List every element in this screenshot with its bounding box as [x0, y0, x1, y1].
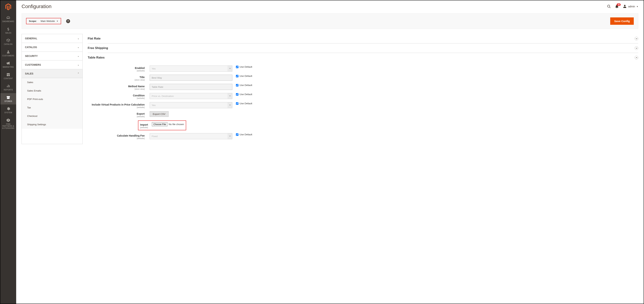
tab-sales[interactable]: SALES ⌃: [22, 69, 82, 78]
handling-select[interactable]: Fixed: [150, 133, 232, 139]
field-handling: Calculate Handling Fee [website] Fixed U…: [88, 133, 638, 140]
save-config-button[interactable]: Save Config: [610, 17, 634, 25]
field-title: Title [store view] Use Default: [88, 75, 638, 81]
chevron-up-icon: ⌃: [78, 72, 79, 75]
method-name-input[interactable]: [150, 84, 232, 90]
import-highlight: Import [website] Choose File No file cho…: [138, 120, 186, 130]
magento-logo[interactable]: [0, 0, 16, 13]
field-virtual: Include Virtual Products in Price Calcul…: [88, 102, 638, 108]
person-icon: [1, 49, 16, 54]
choose-file-button[interactable]: Choose File: [152, 122, 168, 126]
nav-marketing[interactable]: MARKETING: [0, 59, 16, 70]
use-default-condition[interactable]: Use Default: [236, 93, 252, 96]
nav-reports[interactable]: REPORTS: [0, 82, 16, 93]
section-table-rates-body: Enabled [website] Yes Use Default Title …: [88, 62, 638, 144]
config-sections: Flat Rate Free Shipping Table Rates Enab…: [88, 34, 638, 144]
file-chosen-text: No file chosen: [168, 123, 184, 126]
box-icon: [1, 38, 16, 43]
condition-select[interactable]: Price vs. Destination: [150, 93, 232, 99]
gauge-icon: [1, 15, 16, 20]
use-default-enabled[interactable]: Use Default: [236, 65, 252, 68]
virtual-select[interactable]: Yes: [150, 102, 232, 108]
field-condition: Condition [website] Price vs. Destinatio…: [88, 93, 638, 99]
use-default-title[interactable]: Use Default: [236, 75, 252, 77]
notifications-icon[interactable]: 39: [615, 4, 619, 8]
chevron-down-icon: ⌄: [78, 37, 79, 40]
chevron-down-icon: ⌄: [78, 55, 79, 57]
subtab-sales-emails[interactable]: Sales Emails: [22, 87, 82, 95]
section-free-shipping[interactable]: Free Shipping: [88, 43, 638, 53]
tab-customers[interactable]: CUSTOMERS ⌄: [22, 60, 82, 69]
export-csv-button[interactable]: Export CSV: [150, 111, 168, 117]
nav-catalog[interactable]: CATALOG: [0, 36, 16, 48]
subtab-tax[interactable]: Tax: [22, 103, 82, 112]
nav-partners[interactable]: FIND PARTNERS & EXTENSIONS: [0, 116, 16, 132]
scope-select[interactable]: Main Website ▼: [40, 20, 58, 22]
config-tabs: GENERAL ⌄ CATALOG ⌄ SECURITY ⌄ CUSTOMERS…: [22, 34, 83, 144]
collapse-icon: [635, 37, 638, 40]
admin-sidebar: DASHBOARD SALES CATALOG CUSTOMERS MARKET…: [0, 0, 16, 304]
subtab-shipping-settings[interactable]: Shipping Settings: [22, 120, 82, 129]
field-enabled: Enabled [website] Yes Use Default: [88, 65, 638, 72]
use-default-method[interactable]: Use Default: [236, 84, 252, 87]
gear-icon: [1, 106, 16, 111]
page-title: Configuration: [22, 3, 52, 9]
page-header: Configuration 39 admin ▼: [22, 0, 638, 13]
search-icon[interactable]: [607, 4, 611, 8]
store-icon: [1, 95, 16, 100]
use-default-handling[interactable]: Use Default: [236, 133, 252, 136]
caret-down-icon: ▼: [56, 20, 58, 22]
megaphone-icon: [1, 61, 16, 66]
tab-security[interactable]: SECURITY ⌄: [22, 52, 82, 60]
dollar-icon: [1, 26, 16, 32]
nav-sales[interactable]: SALES: [0, 25, 16, 36]
nav-stores[interactable]: STORES: [0, 93, 16, 105]
section-flat-rate[interactable]: Flat Rate: [88, 34, 638, 43]
section-table-rates[interactable]: Table Rates: [88, 53, 638, 62]
caret-down-icon: ▼: [636, 5, 638, 7]
nav-customers[interactable]: CUSTOMERS: [0, 48, 16, 59]
help-icon[interactable]: ?: [66, 19, 70, 23]
account-label: admin: [628, 5, 635, 8]
notification-badge: 39: [617, 3, 621, 6]
nav-dashboard[interactable]: DASHBOARD: [0, 13, 16, 25]
account-menu[interactable]: admin ▼: [623, 4, 638, 9]
scope-label: Scope:: [29, 20, 37, 22]
bar-chart-icon: [1, 83, 16, 88]
subtab-pdf-printouts[interactable]: PDF Print-outs: [22, 95, 82, 103]
nav-system[interactable]: SYSTEM: [0, 104, 16, 116]
user-icon: [623, 4, 627, 9]
layout-icon: [1, 72, 16, 77]
field-method-name: Method Name [store view] Use Default: [88, 84, 638, 90]
tab-general[interactable]: GENERAL ⌄: [22, 34, 82, 43]
use-default-virtual[interactable]: Use Default: [236, 102, 252, 105]
subtab-checkout[interactable]: Checkout: [22, 112, 82, 120]
field-export: Export [website] Export CSV: [88, 111, 638, 118]
tab-catalog[interactable]: CATALOG ⌄: [22, 43, 82, 52]
chevron-down-icon: ⌄: [78, 46, 79, 48]
scope-selector-highlight: Scope: Main Website ▼: [26, 18, 61, 24]
enabled-select[interactable]: Yes: [150, 65, 232, 72]
subtab-sales[interactable]: Sales: [22, 78, 82, 87]
puzzle-icon: [1, 118, 16, 123]
chevron-down-icon: ⌄: [78, 64, 79, 66]
scope-bar: Scope: Main Website ▼ ? Save Config: [22, 13, 638, 29]
nav-content[interactable]: CONTENT: [0, 70, 16, 82]
expand-icon: [635, 56, 638, 59]
collapse-icon: [635, 46, 638, 50]
title-input[interactable]: [150, 75, 232, 81]
